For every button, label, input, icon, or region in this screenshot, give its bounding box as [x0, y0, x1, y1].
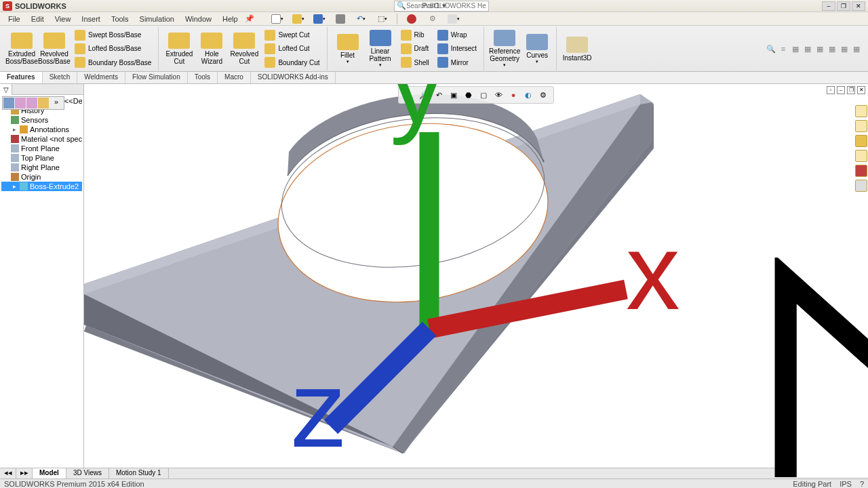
fm-filter-icon[interactable]: ▽: [0, 84, 12, 95]
swept-boss-base-button[interactable]: Swept Boss/Base: [72, 28, 154, 41]
instant3d-button[interactable]: Instant3D: [561, 27, 593, 70]
menu-bar: File Edit View Insert Tools Simulation W…: [0, 12, 868, 26]
bottom-nav-next-icon[interactable]: ▸▸: [16, 468, 33, 479]
status-help-icon[interactable]: ?: [860, 480, 864, 488]
tool-icon-2[interactable]: ▦: [802, 43, 814, 55]
bottom-tab-motion-study[interactable]: Motion Study 1: [109, 468, 169, 479]
minimize-button[interactable]: –: [822, 1, 835, 11]
tree-origin[interactable]: Origin: [1, 172, 82, 182]
boundary-cut-button[interactable]: Boundary Cut: [262, 56, 322, 69]
status-bar: SOLIDWORKS Premium 2015 x64 Edition Edit…: [0, 479, 868, 488]
rib-button[interactable]: Rib: [398, 28, 432, 41]
tab-solidworks-addins[interactable]: SOLIDWORKS Add-ins: [251, 72, 336, 83]
app-logo-icon: S: [3, 1, 12, 11]
fm-tab-design-tree-icon[interactable]: [3, 98, 14, 108]
menu-simulation[interactable]: Simulation: [134, 14, 180, 24]
title-bar: S SOLIDWORKS Part1 ▾ 🔍 – ❐ ✕: [0, 0, 868, 12]
qat-print[interactable]: [331, 13, 350, 25]
tool-icon-1[interactable]: ▦: [789, 43, 802, 55]
linear-pattern-button[interactable]: Linear Pattern▾: [364, 27, 397, 70]
fm-tab-dimxpert-icon[interactable]: [38, 98, 49, 108]
list-icon[interactable]: ≡: [777, 43, 789, 55]
menu-edit[interactable]: Edit: [26, 14, 50, 24]
help-search-input[interactable]: [406, 2, 486, 9]
menu-pin-icon[interactable]: 📌: [245, 14, 254, 23]
menu-help[interactable]: Help: [217, 14, 243, 24]
fm-tab-configuration-icon[interactable]: [26, 98, 37, 108]
fm-tab-property-manager-icon[interactable]: [15, 98, 26, 108]
svg-line-11: [331, 329, 429, 427]
search-icon: 🔍: [397, 1, 406, 10]
qat-options[interactable]: ⚙: [423, 13, 442, 25]
feature-manager-panel: ▽ ▾Part1 (Default<<Default>_Disp History…: [0, 84, 84, 477]
app-brand: SOLIDWORKS: [15, 2, 66, 10]
tool-icon-3[interactable]: ▦: [814, 43, 826, 55]
tab-features[interactable]: Features: [0, 72, 43, 83]
svg-text:z: z: [292, 349, 346, 447]
status-mode: Editing Part: [793, 480, 831, 488]
shell-button[interactable]: Shell: [398, 56, 432, 69]
command-tabs: Features Sketch Weldments Flow Simulatio…: [0, 72, 868, 84]
extruded-cut-button[interactable]: Extruded Cut: [163, 27, 195, 70]
tab-weldments[interactable]: Weldments: [77, 72, 125, 83]
hole-wizard-button[interactable]: Hole Wizard: [195, 27, 228, 70]
boundary-boss-base-button[interactable]: Boundary Boss/Base: [72, 56, 154, 69]
qat-undo[interactable]: ↶▾: [352, 13, 371, 25]
tool-icon-5[interactable]: ▦: [838, 43, 850, 55]
lofted-boss-base-button[interactable]: Lofted Boss/Base: [72, 42, 154, 55]
extruded-boss-base-button[interactable]: Extruded Boss/Base: [5, 27, 38, 70]
quick-access-toolbar: ▾ ▾ ▾ ↶▾ ⬚▾ ⚙ ▾: [268, 13, 463, 25]
bottom-tab-model[interactable]: Model: [33, 468, 66, 479]
tab-flow-simulation[interactable]: Flow Simulation: [125, 72, 188, 83]
reference-geometry-button[interactable]: Reference Geometry▾: [488, 27, 521, 70]
doc-title: Part1 ▾: [422, 1, 446, 10]
ribbon: Extruded Boss/Base Revolved Boss/Base Sw…: [0, 26, 868, 72]
tree-material[interactable]: Material <not specified>: [1, 134, 82, 144]
draft-button[interactable]: Draft: [398, 42, 432, 55]
tab-macro[interactable]: Macro: [218, 72, 251, 83]
mirror-button[interactable]: Mirror: [435, 56, 479, 69]
bottom-nav-prev-icon[interactable]: ◂◂: [0, 468, 16, 479]
bottom-tab-3dviews[interactable]: 3D Views: [66, 468, 109, 479]
menu-window[interactable]: Window: [180, 14, 217, 24]
menu-file[interactable]: File: [3, 14, 26, 24]
tool-icon-4[interactable]: ▦: [826, 43, 838, 55]
fillet-button[interactable]: Fillet▾: [332, 27, 364, 70]
tree-boss-extrude[interactable]: ▸Boss-Extrude2: [1, 182, 82, 191]
swept-cut-button[interactable]: Swept Cut: [262, 28, 322, 41]
tab-tools[interactable]: Tools: [188, 72, 218, 83]
view-triad-icon: y x z: [96, 84, 868, 447]
revolved-cut-button[interactable]: Revolved Cut: [228, 27, 260, 70]
tree-annotations[interactable]: ▸Annotations: [1, 125, 82, 134]
qat-rebuild[interactable]: [402, 13, 421, 25]
restore-button[interactable]: ❐: [837, 1, 850, 11]
tree-sensors[interactable]: Sensors: [1, 115, 82, 125]
tree-right-plane[interactable]: Right Plane: [1, 163, 82, 172]
revolved-boss-base-button[interactable]: Revolved Boss/Base: [38, 27, 71, 70]
svg-text:x: x: [626, 211, 680, 332]
qat-save[interactable]: ▾: [310, 13, 329, 25]
menu-tools[interactable]: Tools: [106, 14, 134, 24]
menu-insert[interactable]: Insert: [76, 14, 106, 24]
curves-button[interactable]: Curves▾: [521, 27, 553, 70]
tab-sketch[interactable]: Sketch: [43, 72, 78, 83]
close-button[interactable]: ✕: [852, 1, 865, 11]
tool-icon-6[interactable]: ▦: [850, 43, 863, 55]
viewport-3d[interactable]: ▫ – ❐ ✕: [84, 84, 868, 477]
search-options-icon[interactable]: 🔍: [765, 43, 777, 55]
status-version: SOLIDWORKS Premium 2015 x64 Edition: [4, 480, 144, 488]
intersect-button[interactable]: Intersect: [435, 42, 479, 55]
qat-open[interactable]: ▾: [289, 13, 308, 25]
qat-extra[interactable]: ▾: [444, 13, 463, 25]
lofted-cut-button[interactable]: Lofted Cut: [262, 42, 322, 55]
status-units: IPS: [840, 480, 852, 488]
wrap-button[interactable]: Wrap: [435, 28, 479, 41]
tree-top-plane[interactable]: Top Plane: [1, 153, 82, 163]
fm-flyout-expand-icon[interactable]: »: [50, 98, 63, 108]
svg-text:y: y: [390, 84, 444, 146]
tree-front-plane[interactable]: Front Plane: [1, 144, 82, 153]
menu-view[interactable]: View: [50, 14, 77, 24]
qat-new[interactable]: ▾: [268, 13, 287, 25]
fm-flyout: »: [2, 96, 64, 110]
qat-select[interactable]: ⬚▾: [373, 13, 392, 25]
